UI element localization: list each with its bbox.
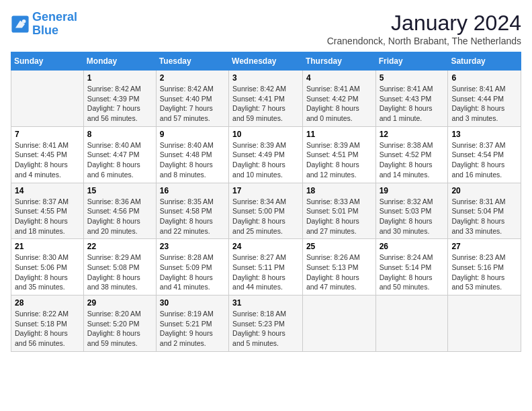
- day-info: Sunrise: 8:34 AMSunset: 5:00 PMDaylight:…: [232, 197, 299, 236]
- day-number: 10: [232, 130, 299, 139]
- day-info: Sunrise: 8:32 AMSunset: 5:03 PMDaylight:…: [380, 197, 445, 236]
- day-cell: 14Sunrise: 8:37 AMSunset: 4:55 PMDayligh…: [11, 183, 84, 239]
- day-number: 3: [232, 73, 299, 83]
- week-row-3: 14Sunrise: 8:37 AMSunset: 4:55 PMDayligh…: [11, 183, 521, 239]
- weekday-header-tuesday: Tuesday: [156, 52, 228, 71]
- day-number: 15: [87, 186, 152, 195]
- day-number: 9: [160, 130, 225, 139]
- weekday-header-monday: Monday: [83, 52, 156, 71]
- day-cell: 3Sunrise: 8:42 AMSunset: 4:41 PMDaylight…: [229, 71, 303, 127]
- day-info: Sunrise: 8:22 AMSunset: 5:18 PMDaylight:…: [15, 309, 80, 349]
- day-cell: 9Sunrise: 8:40 AMSunset: 4:48 PMDaylight…: [156, 126, 228, 183]
- day-cell: 15Sunrise: 8:36 AMSunset: 4:56 PMDayligh…: [83, 183, 156, 239]
- day-number: 16: [160, 186, 225, 195]
- day-number: 7: [15, 130, 80, 139]
- day-cell: [375, 295, 448, 352]
- day-info: Sunrise: 8:31 AMSunset: 5:04 PMDaylight:…: [451, 197, 517, 236]
- day-cell: 28Sunrise: 8:22 AMSunset: 5:18 PMDayligh…: [11, 295, 84, 352]
- weekday-header-row: SundayMondayTuesdayWednesdayThursdayFrid…: [11, 52, 521, 71]
- day-cell: 1Sunrise: 8:42 AMSunset: 4:39 PMDaylight…: [83, 71, 156, 127]
- day-cell: 11Sunrise: 8:39 AMSunset: 4:51 PMDayligh…: [302, 126, 375, 183]
- day-cell: 22Sunrise: 8:29 AMSunset: 5:08 PMDayligh…: [83, 239, 156, 295]
- day-cell: 16Sunrise: 8:35 AMSunset: 4:58 PMDayligh…: [156, 183, 228, 239]
- day-number: 11: [306, 130, 372, 139]
- day-number: 8: [87, 130, 152, 139]
- day-info: Sunrise: 8:33 AMSunset: 5:01 PMDaylight:…: [306, 197, 372, 236]
- day-info: Sunrise: 8:36 AMSunset: 4:56 PMDaylight:…: [87, 197, 152, 236]
- day-cell: 20Sunrise: 8:31 AMSunset: 5:04 PMDayligh…: [448, 183, 521, 239]
- day-info: Sunrise: 8:26 AMSunset: 5:13 PMDaylight:…: [306, 253, 372, 292]
- day-number: 1: [87, 73, 152, 83]
- day-cell: 6Sunrise: 8:41 AMSunset: 4:44 PMDaylight…: [448, 71, 521, 127]
- week-row-2: 7Sunrise: 8:41 AMSunset: 4:45 PMDaylight…: [11, 126, 521, 183]
- day-number: 27: [451, 242, 517, 251]
- day-info: Sunrise: 8:39 AMSunset: 4:51 PMDaylight:…: [306, 140, 372, 180]
- day-cell: 24Sunrise: 8:27 AMSunset: 5:11 PMDayligh…: [229, 239, 303, 295]
- logo-line2: Blue: [32, 24, 58, 37]
- day-number: 25: [306, 242, 372, 251]
- day-number: 22: [87, 242, 152, 251]
- day-cell: 17Sunrise: 8:34 AMSunset: 5:00 PMDayligh…: [229, 183, 303, 239]
- week-row-4: 21Sunrise: 8:30 AMSunset: 5:06 PMDayligh…: [11, 239, 521, 295]
- day-cell: 8Sunrise: 8:40 AMSunset: 4:47 PMDaylight…: [83, 126, 156, 183]
- day-info: Sunrise: 8:42 AMSunset: 4:41 PMDaylight:…: [232, 84, 299, 124]
- day-cell: [11, 71, 84, 127]
- day-number: 30: [160, 298, 225, 308]
- day-number: 21: [15, 242, 80, 251]
- day-info: Sunrise: 8:20 AMSunset: 5:20 PMDaylight:…: [87, 309, 152, 349]
- day-info: Sunrise: 8:37 AMSunset: 4:55 PMDaylight:…: [15, 197, 80, 236]
- day-number: 17: [232, 186, 299, 195]
- day-number: 28: [15, 298, 80, 308]
- day-info: Sunrise: 8:23 AMSunset: 5:16 PMDaylight:…: [451, 253, 517, 292]
- header: General Blue January 2024 Cranendonck, N…: [11, 11, 521, 46]
- day-cell: 7Sunrise: 8:41 AMSunset: 4:45 PMDaylight…: [11, 126, 84, 183]
- day-number: 24: [232, 242, 299, 251]
- title-area: January 2024 Cranendonck, North Brabant,…: [327, 11, 521, 46]
- day-info: Sunrise: 8:19 AMSunset: 5:21 PMDaylight:…: [160, 309, 225, 349]
- day-info: Sunrise: 8:41 AMSunset: 4:45 PMDaylight:…: [15, 140, 80, 180]
- weekday-header-thursday: Thursday: [302, 52, 375, 71]
- day-number: 19: [380, 186, 445, 195]
- day-cell: 26Sunrise: 8:24 AMSunset: 5:14 PMDayligh…: [375, 239, 448, 295]
- logo-icon: [11, 15, 30, 34]
- day-info: Sunrise: 8:41 AMSunset: 4:44 PMDaylight:…: [451, 84, 517, 124]
- day-number: 26: [380, 242, 445, 251]
- day-info: Sunrise: 8:28 AMSunset: 5:09 PMDaylight:…: [160, 253, 225, 292]
- day-cell: 21Sunrise: 8:30 AMSunset: 5:06 PMDayligh…: [11, 239, 84, 295]
- day-number: 12: [380, 130, 445, 139]
- day-number: 2: [160, 73, 225, 83]
- calendar-table: SundayMondayTuesdayWednesdayThursdayFrid…: [11, 52, 521, 352]
- day-cell: 4Sunrise: 8:41 AMSunset: 4:42 PMDaylight…: [302, 71, 375, 127]
- day-cell: 5Sunrise: 8:41 AMSunset: 4:43 PMDaylight…: [375, 71, 448, 127]
- day-info: Sunrise: 8:29 AMSunset: 5:08 PMDaylight:…: [87, 253, 152, 292]
- day-number: 20: [451, 186, 517, 195]
- week-row-1: 1Sunrise: 8:42 AMSunset: 4:39 PMDaylight…: [11, 71, 521, 127]
- weekday-header-saturday: Saturday: [448, 52, 521, 71]
- day-info: Sunrise: 8:24 AMSunset: 5:14 PMDaylight:…: [380, 253, 445, 292]
- logo: General Blue: [11, 11, 77, 38]
- day-info: Sunrise: 8:42 AMSunset: 4:40 PMDaylight:…: [160, 84, 225, 124]
- day-number: 6: [451, 73, 517, 83]
- day-info: Sunrise: 8:39 AMSunset: 4:49 PMDaylight:…: [232, 140, 299, 180]
- day-cell: [448, 295, 521, 352]
- day-info: Sunrise: 8:42 AMSunset: 4:39 PMDaylight:…: [87, 84, 152, 124]
- weekday-header-sunday: Sunday: [11, 52, 84, 71]
- day-cell: 12Sunrise: 8:38 AMSunset: 4:52 PMDayligh…: [375, 126, 448, 183]
- day-cell: 19Sunrise: 8:32 AMSunset: 5:03 PMDayligh…: [375, 183, 448, 239]
- day-cell: 23Sunrise: 8:28 AMSunset: 5:09 PMDayligh…: [156, 239, 228, 295]
- day-info: Sunrise: 8:40 AMSunset: 4:48 PMDaylight:…: [160, 140, 225, 180]
- day-cell: 10Sunrise: 8:39 AMSunset: 4:49 PMDayligh…: [229, 126, 303, 183]
- day-info: Sunrise: 8:35 AMSunset: 4:58 PMDaylight:…: [160, 197, 225, 236]
- day-cell: 29Sunrise: 8:20 AMSunset: 5:20 PMDayligh…: [83, 295, 156, 352]
- day-number: 31: [232, 298, 299, 308]
- day-cell: 27Sunrise: 8:23 AMSunset: 5:16 PMDayligh…: [448, 239, 521, 295]
- day-cell: 30Sunrise: 8:19 AMSunset: 5:21 PMDayligh…: [156, 295, 228, 352]
- day-info: Sunrise: 8:27 AMSunset: 5:11 PMDaylight:…: [232, 253, 299, 292]
- week-row-5: 28Sunrise: 8:22 AMSunset: 5:18 PMDayligh…: [11, 295, 521, 352]
- day-cell: 25Sunrise: 8:26 AMSunset: 5:13 PMDayligh…: [302, 239, 375, 295]
- day-cell: 13Sunrise: 8:37 AMSunset: 4:54 PMDayligh…: [448, 126, 521, 183]
- day-info: Sunrise: 8:40 AMSunset: 4:47 PMDaylight:…: [87, 140, 152, 180]
- day-info: Sunrise: 8:41 AMSunset: 4:43 PMDaylight:…: [380, 84, 445, 124]
- day-cell: 2Sunrise: 8:42 AMSunset: 4:40 PMDaylight…: [156, 71, 228, 127]
- logo-text: General Blue: [32, 11, 77, 38]
